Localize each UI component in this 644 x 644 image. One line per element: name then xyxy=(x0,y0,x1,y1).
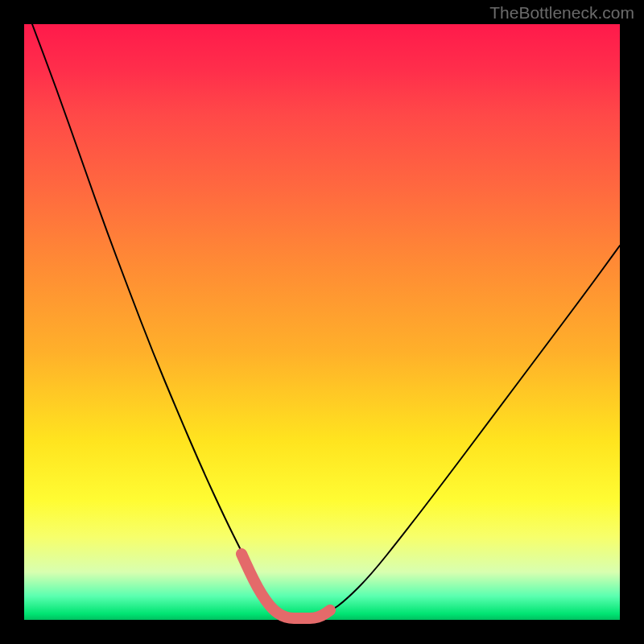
main-curve xyxy=(32,24,620,618)
watermark-text: TheBottleneck.com xyxy=(489,3,634,23)
trough-highlight-curve xyxy=(242,554,330,618)
plot-area xyxy=(24,24,620,620)
curve-svg xyxy=(24,24,620,620)
chart-frame: TheBottleneck.com xyxy=(0,0,644,644)
